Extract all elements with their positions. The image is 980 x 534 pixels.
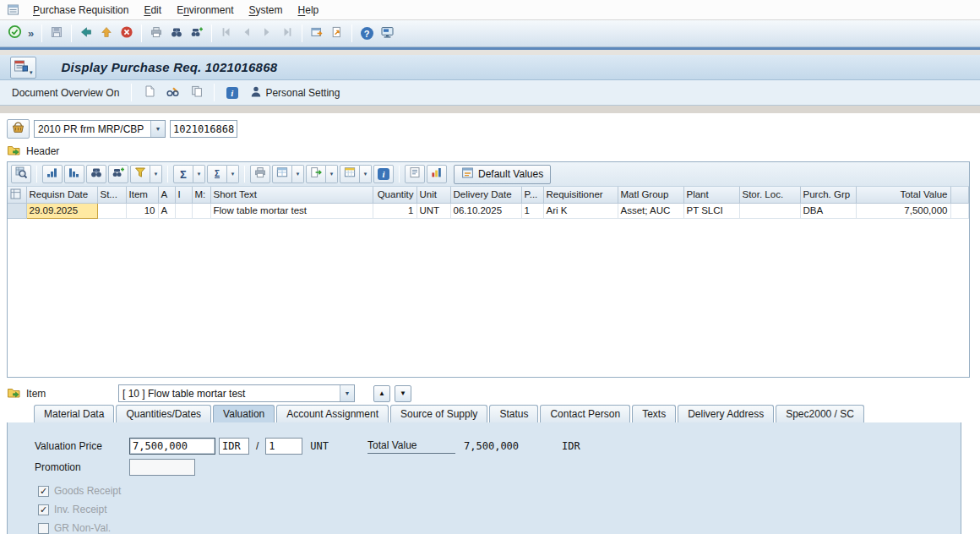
details-button[interactable] (11, 165, 31, 183)
column-header-stor-loc[interactable]: Stor. Loc. (739, 187, 800, 203)
object-menu-button[interactable]: ▾ (10, 57, 36, 79)
views-dropdown-arrow[interactable]: ▼ (292, 165, 304, 183)
cell-i[interactable] (175, 203, 192, 218)
menu-purchase-requisition[interactable]: Purchase Requisition (25, 2, 136, 19)
new-session-button[interactable] (307, 24, 327, 44)
tab-delivery-address[interactable]: Delivery Address (678, 405, 774, 422)
views-button[interactable] (272, 165, 292, 183)
print-button[interactable] (146, 24, 166, 44)
cell-unit[interactable]: UNT (416, 203, 450, 218)
select-all-header[interactable] (8, 187, 26, 203)
grid-find-button[interactable] (86, 165, 106, 183)
graphic-button[interactable] (427, 165, 447, 183)
grid-info-button[interactable]: i (373, 165, 394, 183)
menu-edit[interactable]: Edit (136, 2, 169, 19)
cell-stor-loc[interactable] (739, 203, 800, 218)
menu-environment[interactable]: Environment (169, 2, 241, 19)
default-values-button[interactable]: Default Values (454, 165, 551, 184)
lay​out-dropdown-arrow[interactable]: ▼ (360, 165, 372, 183)
cell-requisn-date[interactable]: 29.09.2025 (26, 203, 97, 218)
cell-requisitioner[interactable]: Ari K (543, 203, 618, 218)
column-header-matl-group[interactable]: Matl Group (618, 187, 683, 203)
sort-ascending-button[interactable] (42, 165, 63, 183)
currency-field[interactable] (219, 438, 249, 455)
tab-spec2000-sc[interactable]: Spec2000 / SC (776, 405, 864, 422)
sort-descending-button[interactable] (64, 165, 84, 183)
system-menu-icon[interactable] (3, 3, 22, 16)
column-header-quantity[interactable]: Quantity (373, 187, 416, 203)
column-header-total-value[interactable]: Total Value (856, 187, 950, 203)
column-header-purch-grp[interactable]: Purch. Grp (800, 187, 856, 203)
document-overview-button[interactable]: Document Overview On (7, 84, 124, 101)
copy-document-button[interactable] (186, 83, 207, 102)
column-header-status[interactable]: St... (97, 187, 126, 203)
find-button[interactable] (166, 24, 187, 44)
cancel-button[interactable] (117, 24, 137, 44)
column-header-item[interactable]: Item (126, 187, 158, 203)
price-unit-qty-field[interactable] (265, 438, 302, 455)
export-button[interactable] (306, 165, 326, 183)
grid-find-next-button[interactable] (108, 165, 128, 183)
previous-item-button[interactable]: ▲ (373, 385, 390, 402)
enter-button[interactable] (4, 24, 24, 44)
cell-a[interactable]: A (158, 203, 175, 218)
tab-quantities-dates[interactable]: Quantities/Dates (116, 405, 211, 422)
column-header-i[interactable]: I (175, 187, 192, 203)
help-button[interactable]: ? (357, 24, 377, 44)
services-info-button[interactable]: i (221, 83, 242, 102)
tab-status[interactable]: Status (489, 405, 538, 422)
promotion-field[interactable] (129, 459, 195, 476)
column-header-unit[interactable]: Unit (416, 187, 450, 203)
subtotal-button[interactable]: Σ (207, 165, 227, 183)
cell-item[interactable]: 10 (126, 203, 158, 218)
grid-print-button[interactable] (250, 165, 270, 183)
create-shortcut-button[interactable] (327, 24, 347, 44)
inv-receipt-checkbox[interactable] (38, 504, 49, 515)
cell-delivery-date[interactable]: 06.10.2025 (450, 203, 521, 218)
header-expand-icon[interactable] (7, 144, 22, 159)
cell-status[interactable] (97, 203, 126, 218)
sum-dropdown-arrow[interactable]: ▼ (193, 165, 205, 183)
cell-m[interactable] (192, 203, 210, 218)
other-document-button[interactable] (139, 83, 160, 102)
cell-p[interactable]: 1 (521, 203, 543, 218)
find-next-button[interactable] (187, 24, 207, 44)
cell-short-text[interactable]: Flow table mortar test (210, 203, 373, 218)
back-button[interactable] (76, 24, 96, 44)
tab-source-of-supply[interactable]: Source of Supply (390, 405, 487, 422)
export-dropdown-arrow[interactable]: ▼ (326, 165, 338, 183)
tab-account-assignment[interactable]: Account Assignment (276, 405, 389, 422)
tab-material-data[interactable]: Material Data (34, 405, 114, 422)
column-header-requisitioner[interactable]: Requisitioner (543, 187, 618, 203)
header-expander-label[interactable]: Header (26, 145, 59, 157)
goods-receipt-checkbox[interactable] (38, 486, 49, 497)
valuation-price-field[interactable] (129, 438, 215, 455)
filter-button[interactable] (130, 165, 150, 183)
column-header-a[interactable]: A (158, 187, 175, 203)
filter-dropdown-arrow[interactable]: ▼ (150, 165, 162, 183)
cell-quantity[interactable]: 1 (373, 203, 416, 218)
tab-texts[interactable]: Texts (632, 405, 676, 422)
next-item-button[interactable]: ▼ (395, 385, 411, 402)
gui-settings-button[interactable] (377, 24, 397, 44)
column-header-delivery-date[interactable]: Delivery Date (450, 187, 521, 203)
column-header-short-text[interactable]: Short Text (210, 187, 373, 203)
item-combobox[interactable]: [ 10 ] Flow table mortar test ▼ (118, 384, 355, 402)
cell-plant[interactable]: PT SLCI (683, 203, 739, 218)
item-expand-icon[interactable] (7, 386, 22, 401)
cell-matl-group[interactable]: Asset; AUC (618, 203, 683, 218)
menu-help[interactable]: Help (291, 2, 327, 19)
row-selector-cell[interactable] (8, 203, 26, 218)
column-header-m[interactable]: M: (192, 187, 210, 203)
column-header-plant[interactable]: Plant (683, 187, 739, 203)
sum-button[interactable]: Σ (173, 165, 193, 183)
menu-system[interactable]: System (242, 2, 291, 19)
display-change-button[interactable] (162, 83, 183, 102)
tab-valuation[interactable]: Valuation (213, 405, 275, 422)
cell-purch-grp[interactable]: DBA (800, 203, 856, 218)
toolbar-overflow-chevron[interactable]: » (24, 27, 37, 40)
choose-layout-button[interactable] (340, 165, 360, 183)
tab-contact-person[interactable]: Contact Person (540, 405, 630, 422)
column-header-p[interactable]: P... (521, 187, 543, 203)
doc-number-field[interactable] (170, 120, 237, 138)
